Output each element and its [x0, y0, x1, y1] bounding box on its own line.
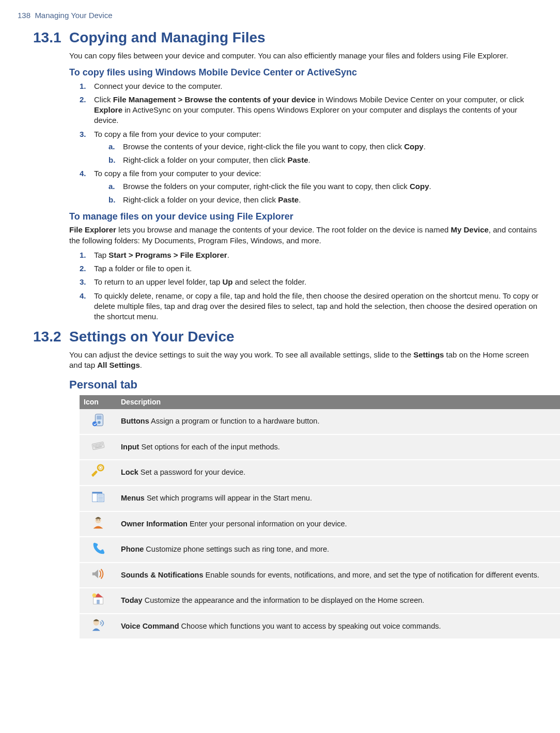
svg-rect-15: [98, 445, 99, 446]
input-icon: [80, 434, 117, 460]
fe-step-3: 3.To return to an upper level folder, ta…: [80, 277, 542, 287]
section-number: 13.1: [33, 29, 61, 45]
section-title: Settings on Your Device: [69, 329, 234, 345]
section-13-1-intro: You can copy files between your device a…: [69, 51, 542, 61]
table-header-row: Icon Description: [80, 395, 560, 409]
svg-rect-16: [99, 445, 100, 446]
voice-command-icon: [80, 614, 117, 640]
table-row: Input Set options for each of the input …: [80, 434, 560, 460]
lock-icon: [80, 460, 117, 486]
copy-files-steps: 1.Connect your device to the computer. 2…: [80, 81, 542, 206]
section-number: 13.2: [33, 329, 61, 345]
table-row: Owner Information Enter your personal in…: [80, 511, 560, 537]
table-row: Phone Customize phone settings such as r…: [80, 537, 560, 563]
file-explorer-intro: File Explorer lets you browse and manage…: [69, 225, 542, 246]
step-4: 4.To copy a file from your computer to y…: [80, 168, 542, 205]
personal-tab-table: Icon Description Buttons Assign a progra…: [80, 395, 560, 640]
svg-rect-23: [92, 475, 94, 477]
fe-step-4: 4.To quickly delete, rename, or copy a f…: [80, 291, 542, 322]
svg-rect-14: [96, 445, 97, 446]
buttons-icon: [80, 409, 117, 434]
table-cell: Buttons Assign a program or function to …: [117, 409, 560, 434]
sounds-icon: [80, 563, 117, 588]
table-row: Voice Command Choose which functions you…: [80, 614, 560, 640]
svg-rect-26: [92, 492, 102, 494]
table-row: Lock Set a password for your device.: [80, 460, 560, 486]
section-13-2-heading: 13.2 Settings on Your Device: [33, 327, 542, 347]
svg-rect-6: [95, 444, 96, 445]
table-cell: Sounds & Notifications Enable sounds for…: [117, 563, 560, 588]
step-3b: b.Right-click a folder on your computer,…: [108, 155, 542, 165]
step-4a: a.Browse the folders on your computer, r…: [108, 181, 542, 192]
page-header: 138 Managing Your Device: [18, 10, 542, 21]
svg-rect-29: [98, 497, 103, 497]
owner-info-icon: [80, 511, 117, 537]
page-header-title: Managing Your Device: [35, 11, 112, 20]
table-row: Today Customize the appearance and the i…: [80, 588, 560, 614]
today-icon: [80, 588, 117, 614]
table-cell: Today Customize the appearance and the i…: [117, 588, 560, 614]
phone-icon: [80, 537, 117, 563]
svg-rect-12: [94, 446, 95, 447]
file-explorer-steps: 1.Tap Start > Programs > File Explorer. …: [80, 250, 542, 322]
svg-rect-1: [97, 416, 101, 420]
svg-point-2: [98, 421, 101, 424]
table-cell: Voice Command Choose which functions you…: [117, 614, 560, 640]
svg-point-38: [92, 594, 97, 598]
table-row: Buttons Assign a program or function to …: [80, 409, 560, 434]
svg-point-33: [97, 519, 98, 520]
header-icon: Icon: [80, 395, 117, 409]
section-13-2-intro: You can adjust the device settings to su…: [69, 350, 542, 371]
step-3a: a.Browse the contents of your device, ri…: [108, 142, 542, 152]
section-title: Copying and Managing Files: [69, 29, 266, 45]
table-cell: Owner Information Enter your personal in…: [117, 511, 560, 537]
table-row: Sounds & Notifications Enable sounds for…: [80, 563, 560, 588]
svg-rect-24: [94, 474, 96, 475]
step-4b: b.Right-click a folder on your device, t…: [108, 195, 542, 205]
svg-rect-27: [97, 494, 104, 502]
svg-rect-8: [97, 444, 98, 445]
svg-rect-5: [93, 445, 94, 446]
svg-rect-18: [102, 444, 103, 445]
svg-point-21: [99, 466, 102, 469]
fe-step-2: 2.Tap a folder or file to open it.: [80, 263, 542, 274]
svg-rect-10: [100, 443, 101, 444]
section-13-1-heading: 13.1 Copying and Managing Files: [33, 28, 542, 48]
table-cell: Lock Set a password for your device.: [117, 460, 560, 486]
table-cell: Menus Set which programs will appear in …: [117, 486, 560, 511]
menus-icon: [80, 486, 117, 511]
step-4-substeps: a.Browse the folders on your computer, r…: [108, 181, 542, 206]
svg-rect-7: [96, 444, 97, 445]
header-description: Description: [117, 395, 560, 409]
table-cell: Phone Customize phone settings such as r…: [117, 537, 560, 563]
svg-point-34: [99, 519, 100, 520]
step-3: 3.To copy a file from your device to you…: [80, 129, 542, 166]
step-3-substeps: a.Browse the contents of your device, ri…: [108, 142, 542, 166]
step-2: 2. Click File Management > Browse the co…: [80, 95, 542, 126]
table-cell: Input Set options for each of the input …: [117, 434, 560, 460]
personal-tab-heading: Personal tab: [69, 377, 542, 393]
svg-rect-28: [98, 495, 103, 496]
table-row: Menus Set which programs will appear in …: [80, 486, 560, 511]
step-1: 1.Connect your device to the computer.: [80, 81, 542, 91]
svg-rect-11: [102, 443, 103, 444]
page-number: 138: [18, 11, 30, 20]
svg-rect-30: [98, 498, 103, 499]
svg-point-3: [92, 422, 97, 426]
subheading-file-explorer: To manage files on your device using Fil…: [69, 210, 542, 223]
svg-rect-37: [97, 600, 100, 604]
svg-rect-17: [100, 445, 101, 446]
fe-step-1: 1.Tap Start > Programs > File Explorer.: [80, 250, 542, 260]
svg-rect-9: [99, 443, 100, 444]
svg-rect-31: [98, 500, 103, 501]
svg-rect-13: [95, 446, 96, 447]
subheading-copy-files: To copy files using Windows Mobile Devic…: [69, 66, 542, 79]
